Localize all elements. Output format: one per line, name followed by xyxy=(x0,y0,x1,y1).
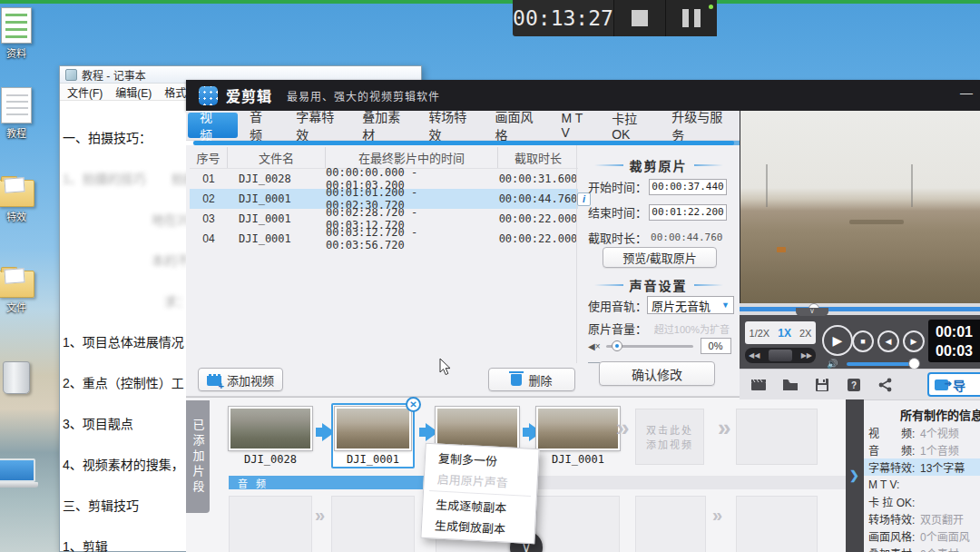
player-collapse-handle[interactable]: ∨ xyxy=(796,308,828,316)
timeline-clip-2-selected[interactable]: DJI_0001 ✕ xyxy=(331,403,415,468)
folder-icon xyxy=(0,180,34,207)
volume-slider-knob[interactable] xyxy=(612,340,622,351)
audio-clip-slot[interactable] xyxy=(331,496,415,552)
clip-thumbnail xyxy=(335,407,411,450)
tab-upgrade-services[interactable]: 升级与服务 xyxy=(662,111,740,140)
desktop-icon-computer[interactable] xyxy=(0,458,38,488)
chevron-right-icon: » xyxy=(718,414,730,442)
scroll-right-icon: ❯ xyxy=(849,468,859,482)
start-time-label: 开始时间： xyxy=(588,178,647,195)
volume-slider[interactable] xyxy=(606,345,693,348)
desktop-icon-tutorial[interactable]: 教程 xyxy=(0,87,38,140)
desktop-icon-label: 资料 xyxy=(0,45,38,60)
clapperboard-icon[interactable] xyxy=(750,377,767,393)
desktop-icon-recycle-bin[interactable] xyxy=(0,361,38,394)
export-icon xyxy=(935,380,948,390)
end-time-label: 结束时间： xyxy=(588,203,647,221)
info-row: 转场特效: 双页翻开 xyxy=(864,510,980,527)
tab-mtv[interactable]: M T V xyxy=(552,111,603,140)
stop-recording-button[interactable] xyxy=(614,0,665,36)
share-icon[interactable] xyxy=(877,377,894,393)
help-icon[interactable]: ? xyxy=(846,377,862,393)
menu-edit[interactable]: 编辑(E) xyxy=(115,84,152,100)
add-video-button[interactable]: 添加视频 xyxy=(198,368,283,391)
recycle-bin-icon xyxy=(3,361,30,394)
chevron-down-icon: ▼ xyxy=(721,301,730,310)
tab-subtitle-effects[interactable]: 字幕特效 xyxy=(286,111,352,140)
add-video-icon xyxy=(207,374,221,386)
notepad-icon xyxy=(65,69,77,81)
save-icon[interactable] xyxy=(814,377,830,393)
video-preview[interactable] xyxy=(740,111,980,303)
next-frame-button[interactable]: ▶ xyxy=(903,330,925,352)
delete-button[interactable]: 删除 xyxy=(488,368,575,391)
crop-section-title: 裁剪原片 xyxy=(577,156,740,174)
start-time-input[interactable]: 00:00:37.440 xyxy=(649,179,727,195)
menu-file[interactable]: 文件(F) xyxy=(67,84,103,100)
volume-label: 原片音量： xyxy=(588,320,647,337)
notepad-title: 教程 - 记事本 xyxy=(82,67,146,83)
speaker-icon[interactable]: 🔊 xyxy=(827,359,838,369)
tab-overlay-materials[interactable]: 叠加素材 xyxy=(352,111,418,140)
audio-clip-slot[interactable] xyxy=(736,496,818,552)
player-volume-slider[interactable] xyxy=(847,362,917,366)
preview-detail xyxy=(911,164,913,207)
editor-titlebar[interactable]: 爱剪辑 最易用、强大的视频剪辑软件 — xyxy=(186,80,980,111)
audio-clip-slot[interactable] xyxy=(536,496,620,552)
play-button[interactable]: ▶ xyxy=(822,325,853,356)
audio-track-dropdown[interactable]: 原片无音轨 ▼ xyxy=(647,296,734,314)
progress-fill xyxy=(740,307,980,311)
jog-shuttle[interactable]: ◀◀ ▶▶ xyxy=(745,348,816,363)
table-row[interactable]: 04 DJI_0001 00:03:12.720 - 00:03:56.720 … xyxy=(190,229,578,249)
add-video-placeholder[interactable]: 双击此处 添加视频 xyxy=(635,409,704,465)
open-folder-icon[interactable] xyxy=(782,377,799,393)
app-name: 爱剪辑 xyxy=(226,84,272,106)
confirm-changes-button[interactable]: 确认修改 xyxy=(599,361,715,386)
speed-2x[interactable]: 2X xyxy=(799,328,811,339)
muted-speaker-icon: ◀× xyxy=(588,341,601,351)
tab-transition-effects[interactable]: 转场特效 xyxy=(418,111,485,140)
minimize-button[interactable]: — xyxy=(960,85,973,100)
info-row: 音 频: 1个音频 xyxy=(864,441,980,458)
svg-text:?: ? xyxy=(851,380,857,390)
timeline-scroll-strip[interactable]: ❯ xyxy=(846,399,864,552)
speed-1x[interactable]: 1X xyxy=(778,327,791,340)
stop-button[interactable]: ■ xyxy=(852,330,874,352)
sound-section-title: 声音设置 xyxy=(577,276,740,294)
previous-frame-button[interactable]: ◀ xyxy=(877,330,899,352)
empty-clip-slot[interactable] xyxy=(736,409,818,465)
remove-clip-icon[interactable]: ✕ xyxy=(406,397,421,412)
volume-percent-box[interactable]: 0% xyxy=(701,338,731,354)
playback-speed-control[interactable]: 1/2X 1X 2X xyxy=(745,321,816,344)
playback-progress-bar[interactable] xyxy=(740,303,980,315)
info-row: 视 频: 4个视频 xyxy=(864,424,980,441)
preview-crop-button[interactable]: 预览/截取原片 xyxy=(603,247,717,268)
added-clips-tab[interactable]: 已添加片段 xyxy=(186,400,210,513)
desktop-icon-files[interactable]: 文件 xyxy=(0,265,38,314)
laptop-icon xyxy=(0,458,35,482)
tab-video[interactable]: 视 频 xyxy=(188,113,238,138)
desktop-icon-label: 特效 xyxy=(0,209,38,223)
speed-half[interactable]: 1/2X xyxy=(750,328,770,339)
chevron-right-icon: » xyxy=(712,505,722,526)
timeline-clip-1[interactable]: DJI_0028 xyxy=(229,407,312,466)
desktop-icon-effects[interactable]: 特效 xyxy=(0,174,38,223)
audio-clip-slot[interactable] xyxy=(635,496,706,552)
time-display: 00:01 00:03 xyxy=(928,320,980,362)
desktop-icon-label: 教程 xyxy=(0,125,38,140)
tab-picture-style[interactable]: 画面风格 xyxy=(485,111,551,140)
timeline-clip-4[interactable]: DJI_0001 xyxy=(536,407,620,466)
preview-detail xyxy=(766,164,768,207)
info-panel-title: 所有制作的信息 xyxy=(900,406,980,423)
table-row-selected[interactable]: 02 DJI_0001 00:01:01.200 - 00:02:30.720 … xyxy=(190,189,578,209)
tab-karaoke[interactable]: 卡拉OK xyxy=(602,111,662,140)
audio-clip-slot[interactable] xyxy=(229,496,312,552)
desktop-screen: 资料 教程 特效 文件 00:13:27 教程 - 记事本 文件(F) 编辑(E… xyxy=(0,0,980,552)
clip-context-menu: 复制多一份 启用原片声音 生成逐帧副本 生成倒放副本 xyxy=(420,443,539,544)
chevron-right-icon: » xyxy=(315,505,325,526)
export-video-button[interactable]: 导 xyxy=(927,372,980,397)
jog-knob[interactable] xyxy=(769,350,792,361)
desktop-icon-data[interactable]: 资料 xyxy=(0,7,38,60)
tab-audio[interactable]: 音 频 xyxy=(240,111,286,140)
end-time-input[interactable]: 00:01:22.200 xyxy=(649,204,727,221)
